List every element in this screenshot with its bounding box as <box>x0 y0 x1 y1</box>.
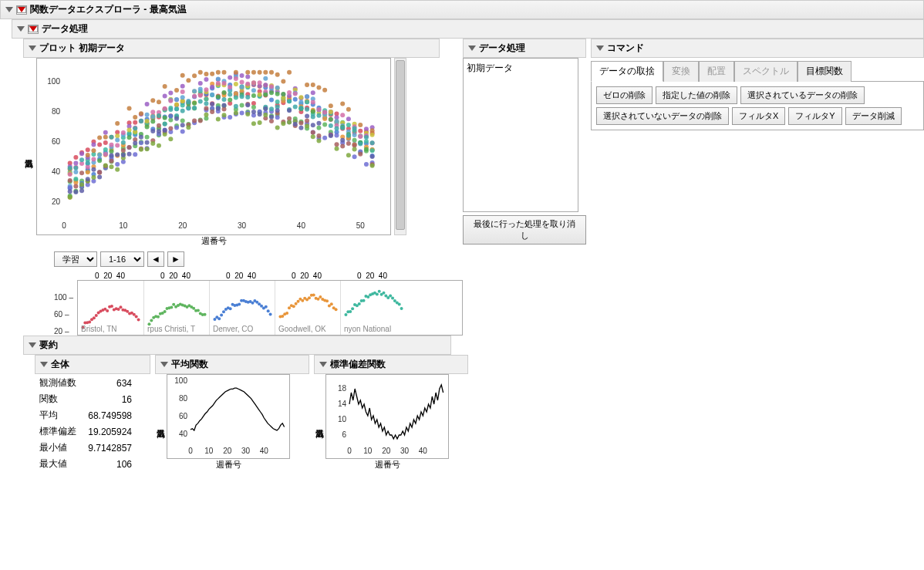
range-select[interactable]: 1-16 <box>100 251 144 267</box>
prev-button[interactable]: ◄ <box>147 251 164 267</box>
svg-point-294 <box>97 153 102 157</box>
svg-point-729 <box>312 293 315 296</box>
mini-chart-1[interactable]: rpus Christi, T <box>143 281 209 335</box>
cmd-btn-6[interactable]: データ削減 <box>845 107 902 125</box>
cmd-btn-4[interactable]: フィルタX <box>732 107 785 125</box>
svg-point-556 <box>305 118 309 123</box>
svg-point-359 <box>287 90 292 95</box>
svg-point-761 <box>391 297 394 300</box>
svg-point-672 <box>170 306 173 309</box>
history-listbox[interactable]: 初期データ <box>463 58 578 212</box>
undo-button[interactable]: 最後に行った処理を取り消し <box>463 215 586 245</box>
menu-icon[interactable] <box>28 25 39 34</box>
vertical-scrollbar[interactable] <box>394 58 406 235</box>
learn-select[interactable]: 学習 <box>54 251 97 267</box>
main-scatter-chart[interactable]: 0102030405020406080100 <box>36 58 391 235</box>
svg-point-467 <box>240 111 244 116</box>
disclosure-icon[interactable] <box>29 342 36 348</box>
svg-point-524 <box>358 142 363 147</box>
procpanel-title: データ処理 <box>479 42 525 55</box>
disclosure-icon[interactable] <box>17 26 25 32</box>
cmd-btn-0[interactable]: ゼロの削除 <box>596 86 653 104</box>
svg-point-515 <box>298 106 303 110</box>
tab-2[interactable]: 配置 <box>699 61 734 82</box>
cmd-btn-1[interactable]: 指定した値の削除 <box>656 86 737 104</box>
svg-point-610 <box>133 141 137 146</box>
svg-point-411 <box>139 111 143 116</box>
svg-text:50: 50 <box>356 221 366 230</box>
tab-0[interactable]: データの取捨 <box>591 61 663 82</box>
svg-point-355 <box>251 80 256 85</box>
svg-point-275 <box>258 93 262 97</box>
svg-point-363 <box>322 110 327 114</box>
disclosure-icon[interactable] <box>319 362 327 367</box>
svg-point-699 <box>238 302 241 305</box>
svg-point-229 <box>168 91 173 96</box>
mini-chart-2[interactable]: Denver, CO <box>209 281 275 335</box>
small-multiples[interactable]: Bristol, TNrpus Christi, TDenver, COGood… <box>77 280 463 336</box>
svg-point-692 <box>222 310 225 313</box>
svg-point-682 <box>192 307 195 310</box>
disclosure-icon[interactable] <box>29 46 36 51</box>
mini-chart-3[interactable]: Goodwell, OK <box>275 281 340 335</box>
svg-point-588 <box>263 113 268 117</box>
command-tabs: データの取捨変換配置スペクトル目標関数 <box>591 61 924 82</box>
svg-point-557 <box>311 130 315 135</box>
mean-fn-chart[interactable]: 010203040406080100 <box>167 374 290 459</box>
svg-point-343 <box>168 99 173 103</box>
svg-point-545 <box>204 106 208 110</box>
svg-point-647 <box>106 309 109 312</box>
mini-chart-0[interactable]: Bristol, TN <box>78 281 143 335</box>
svg-point-406 <box>103 135 108 140</box>
cmd-btn-5[interactable]: フィルタY <box>788 107 841 125</box>
svg-point-217 <box>364 139 369 143</box>
svg-point-601 <box>73 190 78 194</box>
svg-point-746 <box>358 302 361 305</box>
svg-point-731 <box>316 298 319 301</box>
disclosure-icon[interactable] <box>160 362 168 367</box>
tab-3[interactable]: スペクトル <box>734 61 798 82</box>
svg-point-558 <box>316 133 321 138</box>
svg-point-259 <box>127 128 132 133</box>
svg-point-543 <box>192 118 197 123</box>
mini-chart-4[interactable]: nyon National <box>340 281 406 335</box>
menu-icon[interactable] <box>16 5 27 15</box>
svg-point-344 <box>180 89 185 94</box>
disclosure-icon[interactable] <box>596 46 604 51</box>
sd-fn-chart[interactable]: 0102030406101418 <box>325 374 449 459</box>
svg-point-627 <box>287 108 292 113</box>
svg-text:10: 10 <box>363 447 373 455</box>
svg-point-360 <box>293 92 298 96</box>
svg-point-735 <box>325 299 329 302</box>
svg-point-492 <box>121 140 126 145</box>
list-item[interactable]: 初期データ <box>467 62 575 75</box>
tab-1[interactable]: 変換 <box>663 61 699 82</box>
svg-point-628 <box>293 122 298 126</box>
svg-point-503 <box>204 101 208 106</box>
cmd-btn-3[interactable]: 選択されていないデータの削除 <box>596 107 729 125</box>
svg-point-332 <box>86 165 90 170</box>
svg-point-499 <box>180 109 185 113</box>
svg-point-194 <box>204 97 208 102</box>
svg-point-329 <box>68 172 73 177</box>
svg-text:40: 40 <box>419 447 428 455</box>
svg-point-501 <box>192 106 197 110</box>
svg-point-517 <box>311 114 315 119</box>
next-button[interactable]: ► <box>167 251 184 267</box>
disclosure-icon[interactable] <box>468 46 476 51</box>
svg-point-20 <box>133 120 137 125</box>
svg-point-591 <box>287 120 292 124</box>
svg-point-79 <box>251 105 256 110</box>
disclosure-icon[interactable] <box>40 362 48 367</box>
disclosure-icon[interactable] <box>5 7 13 12</box>
svg-point-757 <box>382 292 385 295</box>
svg-point-459 <box>180 129 185 133</box>
cmd-btn-2[interactable]: 選択されているデータの削除 <box>740 86 865 104</box>
svg-point-280 <box>298 95 303 99</box>
svg-point-336 <box>115 143 120 147</box>
svg-point-743 <box>351 307 354 310</box>
svg-point-722 <box>297 300 300 303</box>
svg-point-673 <box>172 303 175 306</box>
svg-point-181 <box>103 147 108 152</box>
tab-4[interactable]: 目標関数 <box>798 61 851 82</box>
